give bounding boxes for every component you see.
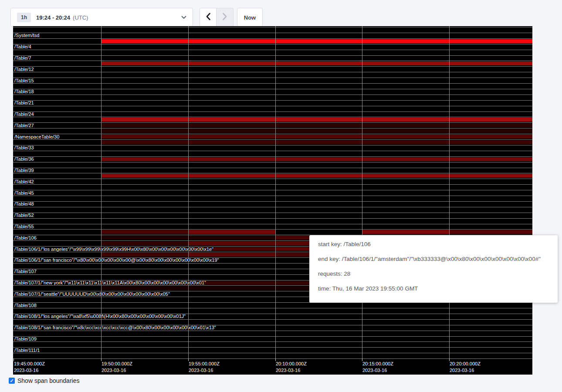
- axis-time-label: 19:50:00.000Z2023-03-16: [102, 361, 132, 374]
- chevron-right-icon: [222, 13, 227, 22]
- heatmap-canvas[interactable]: /System/tsd/Table/4/Table/7/Table/12/Tab…: [13, 26, 532, 375]
- heatmap-band[interactable]: [101, 157, 532, 161]
- row-label: /Table/109: [14, 336, 37, 342]
- span-boundary-line: [13, 336, 532, 337]
- span-boundary-line: [13, 66, 532, 67]
- span-boundary-line: [13, 358, 532, 359]
- row-label: /Table/33: [14, 145, 34, 151]
- heatmap-band[interactable]: [101, 129, 532, 133]
- span-boundary-line: [13, 224, 532, 224]
- axis-time-value: 19:55:00.000Z: [189, 361, 220, 367]
- row-label: /Table/7: [14, 55, 31, 61]
- span-boundary-line: [13, 341, 532, 342]
- axis-time-label: 19:55:00.000Z2023-03-16: [189, 361, 220, 374]
- tooltip-start-key: start key: /Table/106: [318, 241, 549, 247]
- row-label: /System/tsd: [14, 33, 39, 38]
- span-boundary-line: [13, 168, 532, 168]
- row-label: /Table/108: [14, 302, 37, 308]
- axis-time-label: 20:20:00.000Z2023-03-16: [450, 361, 481, 374]
- span-boundary-line: [13, 38, 532, 39]
- heatmap-band[interactable]: [101, 140, 532, 144]
- time-gridline: [101, 26, 102, 358]
- heatmap-tooltip: start key: /Table/106 end key: /Table/10…: [309, 235, 558, 303]
- axis-date-value: 2023-03-16: [362, 367, 393, 374]
- span-boundary-line: [13, 179, 532, 179]
- heatmap-band[interactable]: [101, 61, 532, 65]
- heatmap-band[interactable]: [101, 123, 532, 127]
- now-button[interactable]: Now: [237, 8, 263, 27]
- axis-time-value: 19:50:00.000Z: [102, 361, 132, 367]
- axis-time-value: 20:20:00.000Z: [450, 361, 481, 367]
- row-label: /Table/55: [14, 224, 34, 230]
- tooltip-end-key: end key: /Table/106/1/"amsterdam"/"\xb33…: [318, 256, 549, 262]
- row-label: /Table/106: [14, 235, 37, 240]
- row-label: /Table/12: [14, 66, 34, 72]
- row-label: /Table/106/1/"los angeles"/"\x99\x99\x99…: [14, 246, 213, 252]
- row-label: /Table/107/1/"new york"/"\x11\x11\x11\x1…: [14, 280, 206, 286]
- span-boundary-line: [13, 95, 532, 95]
- time-range-selector[interactable]: 1h 19:24 - 20:24 (UTC): [10, 8, 193, 27]
- span-boundary-line: [13, 100, 532, 101]
- tooltip-time: time: Thu, 16 Mar 2023 19:55:00 GMT: [318, 285, 549, 292]
- span-boundary-line: [13, 61, 532, 61]
- span-boundary-line: [13, 55, 532, 56]
- axis-time-value: 20:10:00.000Z: [276, 361, 307, 367]
- span-boundary-line: [13, 139, 532, 140]
- axis-time-value: 20:15:00.000Z: [362, 361, 393, 367]
- row-label: /Table/52: [14, 213, 34, 218]
- span-boundary-line: [13, 156, 532, 157]
- row-label: /Table/45: [14, 190, 34, 196]
- heatmap-band[interactable]: [188, 230, 275, 234]
- time-gridline: [449, 26, 450, 358]
- heatmap-band[interactable]: [362, 230, 449, 234]
- span-boundary-line: [13, 134, 532, 134]
- heatmap-band[interactable]: [101, 39, 532, 43]
- row-label: /NamespaceTable/30: [14, 134, 59, 139]
- row-label: /Table/48: [14, 201, 34, 207]
- axis-time-label: 20:10:00.000Z2023-03-16: [276, 361, 307, 374]
- axis-date-value: 2023-03-16: [450, 367, 481, 374]
- span-boundary-line: [13, 201, 532, 202]
- time-gridline: [362, 26, 362, 358]
- span-boundary-line: [13, 308, 532, 308]
- axis-time-label: 19:45:00.000Z2023-03-16: [14, 361, 45, 374]
- tooltip-requests: requests: 28: [318, 270, 549, 277]
- chevron-left-icon: [206, 13, 211, 22]
- span-boundary-line: [13, 128, 532, 128]
- row-label: /Table/18: [14, 89, 34, 95]
- span-boundary-line: [13, 33, 532, 33]
- axis-date-value: 2023-03-16: [14, 367, 45, 374]
- heatmap-band[interactable]: [101, 118, 532, 122]
- row-label: /Table/107: [14, 269, 37, 274]
- span-boundary-line: [13, 196, 532, 196]
- span-boundary-line: [13, 218, 532, 219]
- show-span-boundaries-label: Show span boundaries: [17, 377, 79, 384]
- span-boundary-line: [13, 27, 532, 27]
- row-label: /Table/36: [14, 156, 34, 162]
- next-timespan-button[interactable]: [217, 8, 234, 27]
- axis-date-value: 2023-03-16: [276, 367, 307, 374]
- time-range-text: 19:24 - 20:24: [36, 14, 70, 21]
- axis-time-label: 20:15:00.000Z2023-03-16: [362, 361, 393, 374]
- span-boundary-line: [13, 331, 532, 331]
- row-label: /Table/39: [14, 168, 34, 173]
- show-span-boundaries-checkbox[interactable]: ✓: [9, 378, 15, 384]
- row-label: /Table/111/1: [14, 347, 40, 353]
- heatmap-band[interactable]: [449, 230, 532, 234]
- heatmap-band[interactable]: [188, 253, 275, 257]
- heatmap-band[interactable]: [101, 135, 532, 139]
- span-boundary-line: [13, 122, 532, 123]
- row-label: /Table/24: [14, 112, 34, 117]
- span-boundary-line: [13, 173, 532, 173]
- heatmap-band[interactable]: [101, 174, 532, 178]
- axis-date-value: 2023-03-16: [102, 367, 132, 374]
- span-boundary-line: [13, 162, 532, 162]
- chevron-down-icon: [181, 16, 186, 19]
- previous-timespan-button[interactable]: [200, 8, 217, 27]
- span-boundary-line: [13, 190, 532, 190]
- heatmap-band[interactable]: [101, 253, 188, 257]
- span-boundary-line: [13, 117, 532, 117]
- heatmap-band[interactable]: [101, 230, 188, 234]
- heatmap-band[interactable]: [101, 241, 188, 245]
- time-nav-group: [200, 8, 234, 27]
